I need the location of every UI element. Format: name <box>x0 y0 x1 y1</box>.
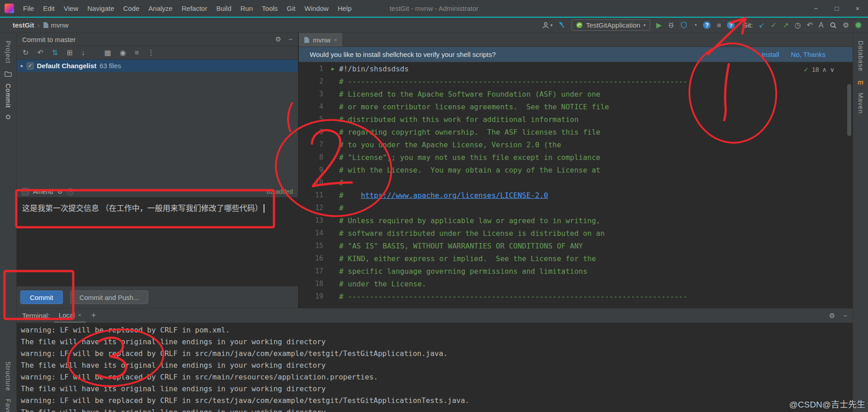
ide-help-icon[interactable]: ? <box>727 21 735 29</box>
menu-tools[interactable]: Tools <box>257 5 282 12</box>
menu-analyze[interactable]: Analyze <box>144 5 177 12</box>
menu-refactor[interactable]: Refactor <box>177 5 212 12</box>
amend-help-icon[interactable]: ? <box>67 188 74 195</box>
code-segment: # or more contributor license agreements… <box>339 103 609 111</box>
terminal-settings-gear-icon[interactable]: ⚙ <box>829 312 835 320</box>
move-to-changelist-icon[interactable]: ↓ <box>81 49 85 56</box>
plugin-icon[interactable] <box>855 22 862 28</box>
breadcrumb-project[interactable]: testGit <box>13 21 34 29</box>
preview-diff-icon[interactable]: ◉ <box>120 49 126 56</box>
chevron-right-icon[interactable]: ▸ <box>21 63 24 69</box>
close-icon[interactable]: × <box>847 0 868 17</box>
profiler-icon[interactable]: ◔ <box>693 22 698 29</box>
menu-window[interactable]: Window <box>300 5 333 12</box>
commit-and-push-button[interactable]: Commit and Push... <box>70 290 149 304</box>
changelist-row[interactable]: ▸ ✓ Default Changelist 63 files <box>17 60 298 72</box>
run-configuration-select[interactable]: TestGitApplication ▾ <box>571 19 650 31</box>
amend-checkbox[interactable] <box>22 188 29 195</box>
debug-bug-icon[interactable] <box>668 22 675 28</box>
commit-tool-window: Commit to master ⚙ − ↻↶⇅⊞↓▦◉≡⋮ ▸ ✓ Defau… <box>17 33 299 308</box>
code-line-9: 9# with the License. You may obtain a co… <box>299 164 853 176</box>
menu-file[interactable]: File <box>19 5 38 12</box>
build-hammer-icon[interactable] <box>558 22 566 29</box>
code-text: # under the License. <box>339 280 426 288</box>
run-script-icon[interactable]: ▶ <box>327 66 339 72</box>
menu-git[interactable]: Git <box>282 5 300 12</box>
code-line-5: 5# distributed with this work for additi… <box>299 113 853 126</box>
menu-build[interactable]: Build <box>212 5 236 12</box>
code-segment: # KIND, either express or implied. See t… <box>339 254 596 263</box>
main-area: Project Commit Structure Favorites Commi… <box>0 33 868 412</box>
terminal-hide-icon[interactable]: − <box>843 312 847 320</box>
message-settings-gear-icon[interactable]: ⚙ <box>57 188 63 195</box>
line-number: 11 <box>299 191 327 199</box>
terminal-tab-local[interactable]: Local × <box>54 309 86 323</box>
expand-all-icon[interactable]: ≡ <box>135 49 139 56</box>
coverage-shield-icon[interactable] <box>680 22 687 28</box>
menu-run[interactable]: Run <box>236 5 258 12</box>
commit-message-input[interactable]: 这是我第一次提交信息 （在工作中，一般用来写我们修改了哪些代码） <box>17 197 298 286</box>
git-rollback-icon[interactable]: ↶ <box>807 22 813 29</box>
sidebar-item-project[interactable]: Project <box>5 41 12 64</box>
shellcheck-banner: Would you like to install shellcheck to … <box>299 47 853 62</box>
show-diff-icon[interactable]: ⇅ <box>52 49 58 56</box>
install-link[interactable]: Install <box>761 51 779 58</box>
changelist-checkbox[interactable]: ✓ <box>27 62 34 70</box>
translate-icon[interactable]: A <box>819 22 824 29</box>
commit-button[interactable]: Commit <box>20 290 63 304</box>
code-text: # distributed with this work for additio… <box>339 115 579 124</box>
menu-edit[interactable]: Edit <box>38 5 59 12</box>
changelist-name: Default Changelist <box>37 62 97 70</box>
no-thanks-link[interactable]: No, Thanks <box>791 51 826 58</box>
prev-warning-icon[interactable]: ∧ <box>822 66 827 73</box>
git-update-icon[interactable]: ↙ <box>759 22 764 29</box>
rollback-icon[interactable]: ↶ <box>37 49 43 56</box>
code-text: # KIND, either express or implied. See t… <box>339 254 596 263</box>
menu-help[interactable]: Help <box>333 5 356 12</box>
next-warning-icon[interactable]: ∨ <box>830 66 835 73</box>
license-url-link[interactable]: https://www.apache.org/licenses/LICENSE-… <box>361 191 548 200</box>
sidebar-item-favorites[interactable]: Favorites <box>5 399 12 412</box>
maximize-icon[interactable]: □ <box>826 0 847 17</box>
terminal-line: The file will have its original line end… <box>21 407 853 412</box>
changes-tree-area[interactable] <box>17 72 298 186</box>
code-text: # or more contributor license agreements… <box>339 103 609 111</box>
chevron-down-icon: ▾ <box>643 23 646 28</box>
terminal-tab-close-icon[interactable]: × <box>78 312 81 318</box>
tab-close-icon[interactable]: × <box>334 37 337 43</box>
run-button[interactable]: ▶ <box>656 22 661 29</box>
sidebar-item-commit[interactable]: Commit <box>5 84 12 108</box>
breadcrumb-file[interactable]: mvnw <box>43 21 69 29</box>
sidebar-item-database[interactable]: Database <box>857 41 864 71</box>
git-push-icon[interactable]: ↗ <box>783 22 788 29</box>
shelve-icon[interactable]: ⊞ <box>66 49 72 56</box>
git-history-icon[interactable]: ◷ <box>795 22 801 29</box>
commit-node-icon[interactable] <box>6 115 10 119</box>
refresh-icon[interactable]: ↻ <box>23 49 28 56</box>
settings-gear-icon[interactable]: ⚙ <box>843 22 849 29</box>
line-number: 17 <box>299 267 327 275</box>
code-editor[interactable]: 1▶#!/bin/shsdsdsds2# -------------------… <box>299 62 853 308</box>
terminal-output[interactable]: warning: LF will be replaced by CRLF in … <box>17 323 853 412</box>
editor-tab-mvnw[interactable]: mvnw × <box>299 33 342 47</box>
search-icon[interactable] <box>830 22 837 29</box>
git-commit-check-icon[interactable]: ✓ <box>771 22 777 29</box>
menu-view[interactable]: View <box>59 5 83 12</box>
editor-scrollbar[interactable] <box>847 84 851 136</box>
commit-settings-gear-icon[interactable]: ⚙ <box>275 35 281 43</box>
new-terminal-icon[interactable]: + <box>91 311 96 320</box>
menu-navigate[interactable]: Navigate <box>83 5 118 12</box>
menu-code[interactable]: Code <box>118 5 144 12</box>
sidebar-item-maven[interactable]: Maven <box>857 93 864 114</box>
minimize-icon[interactable]: − <box>806 0 826 17</box>
line-number: 14 <box>299 229 327 237</box>
collapse-all-icon[interactable]: ⋮ <box>147 49 155 56</box>
inspections-widget[interactable]: ✓ 18 ∧ ∨ <box>803 66 835 73</box>
sidebar-item-structure[interactable]: Structure <box>5 361 12 391</box>
help-icon[interactable]: ? <box>703 21 711 29</box>
hide-panel-icon[interactable]: − <box>288 35 292 43</box>
code-line-19: 19# ------------------------------------… <box>299 290 853 303</box>
folder-icon[interactable] <box>5 70 12 77</box>
user-icon[interactable]: ▾ <box>542 22 552 29</box>
group-by-icon[interactable]: ▦ <box>104 49 111 56</box>
